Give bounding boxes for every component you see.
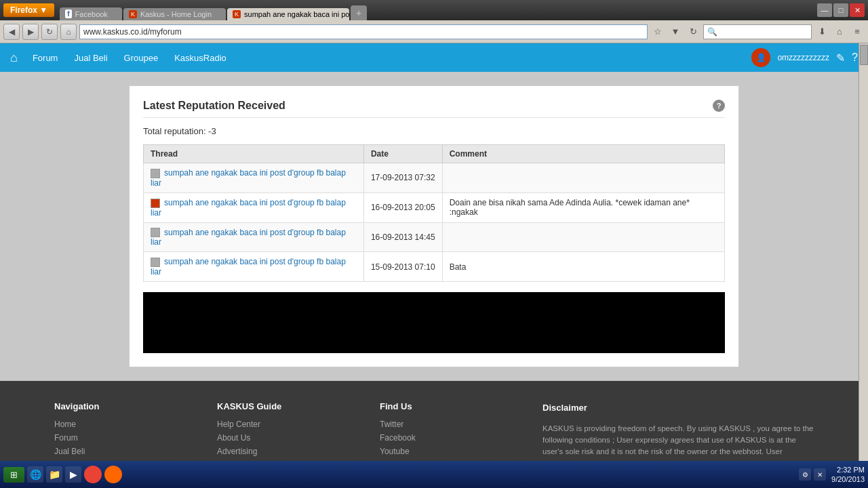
thread-link[interactable]: sumpah ane ngakak baca ini post d'group … bbox=[151, 198, 346, 218]
history-icon[interactable]: ▼ bbox=[668, 24, 683, 39]
taskbar-ie-icon[interactable]: 🌐 bbox=[27, 466, 43, 483]
reputation-icon bbox=[151, 228, 160, 237]
address-input[interactable]: www.kaskus.co.id/myforum bbox=[79, 24, 648, 39]
footer-link-youtube[interactable]: Youtube bbox=[380, 447, 515, 456]
start-button[interactable]: ⊞ bbox=[3, 467, 24, 483]
address-icons: ☆ ▼ ↻ bbox=[650, 24, 701, 39]
date-cell: 15-09-2013 07:10 bbox=[363, 252, 442, 282]
comment-cell: Bata bbox=[442, 252, 724, 282]
taskbar-firefox-icon[interactable] bbox=[104, 466, 122, 483]
firefox-button[interactable]: Firefox ▼ bbox=[3, 3, 54, 17]
thread-cell: sumpah ane ngakak baca ini post d'group … bbox=[144, 252, 364, 282]
clock: 2:32 PM 9/20/2013 bbox=[831, 465, 865, 485]
comment-cell bbox=[442, 163, 724, 193]
scrollbar-thumb[interactable] bbox=[860, 45, 868, 65]
tab-facebook-label: Facebook bbox=[75, 10, 108, 18]
security-icon[interactable]: ↻ bbox=[686, 24, 701, 39]
footer-link-twitter[interactable]: Twitter bbox=[380, 420, 515, 429]
taskbar: ⊞ 🌐 📁 ▶ ⚙ ✕ 2:32 PM 9/20/2013 bbox=[0, 461, 868, 488]
minimize-button[interactable]: — bbox=[817, 3, 832, 17]
footer-link-forum[interactable]: Forum bbox=[54, 433, 190, 443]
main-panel: Latest Reputation Received ? Total reput… bbox=[129, 85, 739, 367]
nav-radio[interactable]: KaskusRadio bbox=[166, 43, 235, 72]
col-date: Date bbox=[363, 145, 442, 163]
table-row: sumpah ane ngakak baca ini post d'group … bbox=[144, 163, 725, 193]
post-favicon: K bbox=[233, 10, 241, 18]
nav-home-button[interactable]: ⌂ bbox=[10, 51, 18, 65]
window-controls: — □ ✕ bbox=[817, 3, 865, 17]
browser-titlebar: Firefox ▼ f Facebook ✕ K Kaskus - Home L… bbox=[0, 0, 868, 20]
comment-cell bbox=[442, 222, 724, 252]
footer-link-home[interactable]: Home bbox=[54, 420, 190, 429]
section-help-icon[interactable]: ? bbox=[713, 100, 725, 112]
col-comment: Comment bbox=[442, 145, 724, 163]
scrollbar[interactable] bbox=[859, 43, 868, 461]
avatar-icon: 👤 bbox=[756, 53, 766, 62]
date-cell: 16-09-2013 20:05 bbox=[363, 192, 442, 222]
taskbar-media-icon[interactable]: ▶ bbox=[65, 466, 81, 483]
site-navbar: ⌂ Forum Jual Beli Groupee KaskusRadio 👤 … bbox=[0, 43, 868, 72]
time: 2:32 PM bbox=[831, 465, 865, 474]
address-bar: ◀ ▶ ↻ ⌂ www.kaskus.co.id/myforum ☆ ▼ ↻ 🔍… bbox=[0, 20, 868, 43]
thread-link[interactable]: sumpah ane ngakak baca ini post d'group … bbox=[151, 228, 346, 247]
total-reputation: Total reputation: -3 bbox=[143, 126, 725, 136]
comment-cell: Doain ane bisa nikah sama Ade Adinda Aul… bbox=[442, 192, 724, 222]
help-icon[interactable]: ? bbox=[852, 52, 858, 64]
site-home-icon[interactable]: ⌂ bbox=[832, 24, 847, 39]
tab-post[interactable]: K sumpah ane ngakak baca ini post d'g...… bbox=[227, 8, 349, 20]
restore-button[interactable]: □ bbox=[833, 3, 848, 17]
nav-jualbeli[interactable]: Jual Beli bbox=[66, 43, 115, 72]
forward-button[interactable]: ▶ bbox=[22, 24, 39, 40]
footer-findus-title: Find Us bbox=[380, 401, 515, 411]
page-content: Latest Reputation Received ? Total reput… bbox=[0, 72, 868, 381]
close-button[interactable]: ✕ bbox=[850, 3, 865, 17]
tray-icon-1: ⚙ bbox=[799, 468, 811, 481]
reputation-table: Thread Date Comment sumpah ane ngakak ba… bbox=[143, 144, 725, 282]
avatar[interactable]: 👤 bbox=[751, 48, 770, 67]
footer-link-jualbeli[interactable]: Jual Beli bbox=[54, 447, 190, 456]
browser-tabs: f Facebook ✕ K Kaskus - Home Login ✕ K s… bbox=[60, 0, 367, 20]
section-title-text: Latest Reputation Received bbox=[143, 100, 285, 112]
taskbar-explorer-icon[interactable]: 📁 bbox=[46, 466, 62, 483]
thread-link[interactable]: sumpah ane ngakak baca ini post d'group … bbox=[151, 168, 346, 188]
section-header: Latest Reputation Received ? bbox=[143, 100, 725, 118]
reload-button[interactable]: ↻ bbox=[41, 24, 58, 40]
footer-link-facebook[interactable]: Facebook bbox=[380, 433, 515, 443]
date-cell: 17-09-2013 07:32 bbox=[363, 163, 442, 193]
footer-link-advertising[interactable]: Advertising bbox=[217, 447, 353, 456]
thread-cell: sumpah ane ngakak baca ini post d'group … bbox=[144, 163, 364, 193]
reputation-icon bbox=[151, 199, 160, 208]
footer-link-aboutus[interactable]: About Us bbox=[217, 433, 353, 443]
tray-icons: ⚙ ✕ bbox=[799, 468, 826, 481]
disclaimer-title: Disclaimer bbox=[542, 401, 814, 415]
new-tab-button[interactable]: + bbox=[351, 5, 367, 20]
reputation-icon bbox=[151, 258, 160, 267]
nav-forum[interactable]: Forum bbox=[24, 43, 66, 72]
nav-groupee[interactable]: Groupee bbox=[116, 43, 167, 72]
tab-facebook[interactable]: f Facebook ✕ bbox=[60, 7, 122, 20]
tab-kaskus-close[interactable]: ✕ bbox=[215, 11, 220, 18]
download-icon[interactable]: ⬇ bbox=[814, 24, 829, 39]
footer-guide-title: KASKUS Guide bbox=[217, 401, 353, 411]
home-button[interactable]: ⌂ bbox=[60, 24, 77, 40]
tab-post-label: sumpah ane ngakak baca ini post d'g... bbox=[244, 10, 349, 18]
taskbar-chrome-icon[interactable] bbox=[84, 466, 102, 483]
tab-kaskus[interactable]: K Kaskus - Home Login ✕ bbox=[123, 8, 226, 20]
edit-icon[interactable]: ✎ bbox=[836, 52, 845, 64]
nav-right: 👤 omzzzzzzzzzz ✎ ? bbox=[751, 48, 858, 67]
footer-link-helpcenter[interactable]: Help Center bbox=[217, 420, 353, 429]
address-text: www.kaskus.co.id/myforum bbox=[83, 27, 182, 37]
windows-logo: ⊞ bbox=[10, 470, 18, 480]
reputation-icon bbox=[151, 169, 160, 178]
username-label: omzzzzzzzzzz bbox=[777, 53, 829, 62]
tab-facebook-close[interactable]: ✕ bbox=[111, 10, 117, 18]
bookmark-icon[interactable]: ☆ bbox=[650, 24, 665, 39]
back-button[interactable]: ◀ bbox=[3, 24, 20, 40]
settings-icon[interactable]: ≡ bbox=[850, 24, 865, 39]
footer-nav-title: Navigation bbox=[54, 401, 190, 411]
tab-kaskus-label: Kaskus - Home Login bbox=[140, 10, 212, 18]
col-thread: Thread bbox=[144, 145, 364, 163]
thread-link[interactable]: sumpah ane ngakak baca ini post d'group … bbox=[151, 257, 346, 277]
thread-cell: sumpah ane ngakak baca ini post d'group … bbox=[144, 192, 364, 222]
search-box[interactable]: 🔍 bbox=[703, 24, 812, 39]
